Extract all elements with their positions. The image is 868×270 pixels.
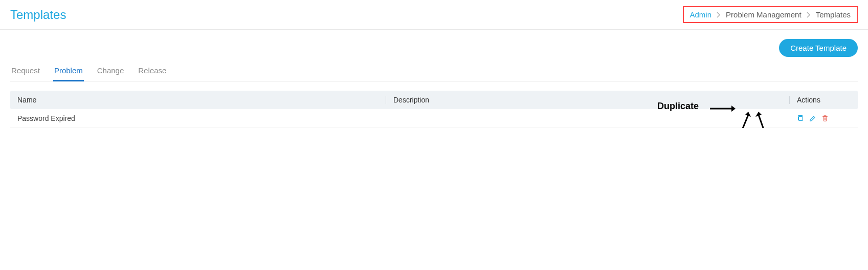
- duplicate-icon[interactable]: [796, 114, 805, 122]
- col-header-name: Name: [17, 96, 386, 104]
- svg-marker-2: [731, 106, 736, 112]
- breadcrumb-problem-management: Problem Management: [726, 10, 802, 19]
- chevron-right-icon: [717, 12, 721, 18]
- chevron-right-icon: [807, 12, 811, 18]
- svg-line-5: [759, 115, 765, 128]
- col-header-actions: Actions: [789, 96, 851, 104]
- breadcrumb-admin[interactable]: Admin: [690, 10, 712, 19]
- breadcrumb-templates: Templates: [816, 10, 851, 19]
- create-template-button[interactable]: Create Template: [779, 39, 858, 57]
- tab-change[interactable]: Change: [96, 62, 125, 81]
- col-header-description: Description: [386, 96, 789, 104]
- edit-icon[interactable]: [809, 114, 817, 122]
- delete-icon[interactable]: [821, 114, 829, 122]
- arrow-icon: [754, 112, 767, 128]
- template-type-tabs: Request Problem Change Release: [10, 62, 858, 81]
- cell-name: Password Expired: [17, 114, 386, 122]
- tab-request[interactable]: Request: [10, 62, 41, 81]
- tab-problem[interactable]: Problem: [53, 62, 84, 81]
- tab-release[interactable]: Release: [137, 62, 167, 81]
- breadcrumb: Admin Problem Management Templates: [683, 6, 858, 23]
- svg-rect-0: [799, 117, 803, 121]
- arrow-icon: [710, 105, 736, 113]
- arrow-icon: [739, 112, 751, 128]
- svg-line-3: [741, 115, 748, 128]
- page-title: Templates: [10, 8, 66, 22]
